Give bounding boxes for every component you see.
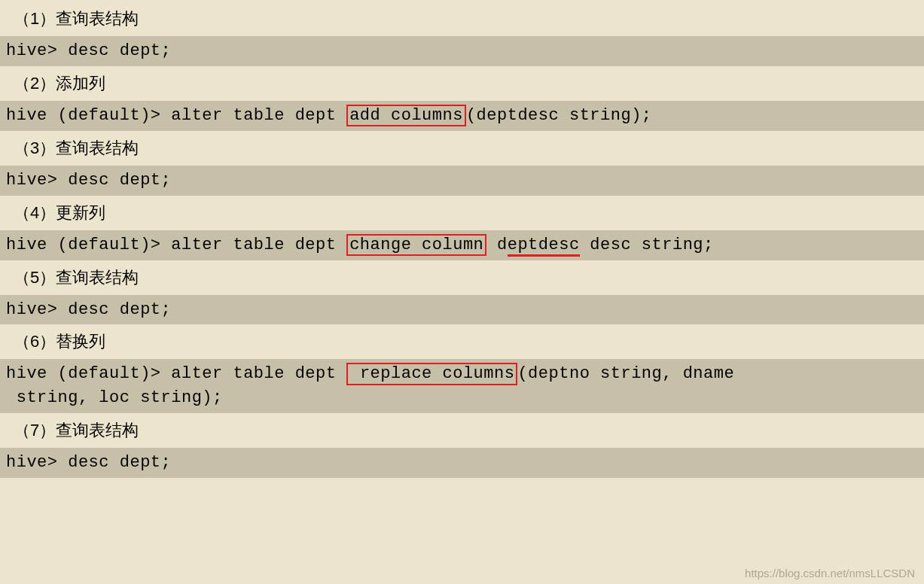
code-text: hive> desc dept; [6, 41, 171, 60]
code-text: hive> desc dept; [6, 300, 171, 319]
highlight-replace-columns: replace columns [346, 363, 517, 385]
code-prefix: hive (default)> alter table dept [6, 106, 346, 125]
watermark: https://blog.csdn.net/nmsLLCSDN [745, 567, 915, 579]
code-mid: d [486, 236, 507, 254]
section-title-6: （6）替换列 [0, 324, 924, 359]
underline-deptdesc: eptdesc [508, 236, 580, 257]
section-title-3: （3）查询表结构 [0, 131, 924, 166]
code-text: hive> desc dept; [6, 453, 171, 472]
code-block-4: hive (default)> alter table dept change … [0, 230, 924, 260]
code-prefix: hive (default)> alter table dept [6, 236, 346, 254]
code-suffix: desc string; [580, 236, 714, 254]
code-suffix: (deptdesc string); [466, 106, 652, 125]
code-text: hive> desc dept; [6, 171, 171, 190]
highlight-change-column: change column [346, 234, 486, 256]
code-block-7: hive> desc dept; [0, 448, 924, 478]
code-prefix: hive (default)> alter table dept [6, 364, 346, 383]
highlight-add-columns: add columns [346, 105, 466, 126]
code-block-3: hive> desc dept; [0, 166, 924, 196]
code-block-5: hive> desc dept; [0, 295, 924, 325]
section-title-7: （7）查询表结构 [0, 413, 924, 448]
code-block-1: hive> desc dept; [0, 36, 924, 66]
section-title-5: （5）查询表结构 [0, 260, 924, 295]
code-block-2: hive (default)> alter table dept add col… [0, 101, 924, 131]
section-title-2: （2）添加列 [0, 66, 924, 101]
code-block-6: hive (default)> alter table dept replace… [0, 359, 924, 413]
section-title-1: （1）查询表结构 [0, 2, 924, 36]
section-title-4: （4）更新列 [0, 196, 924, 230]
